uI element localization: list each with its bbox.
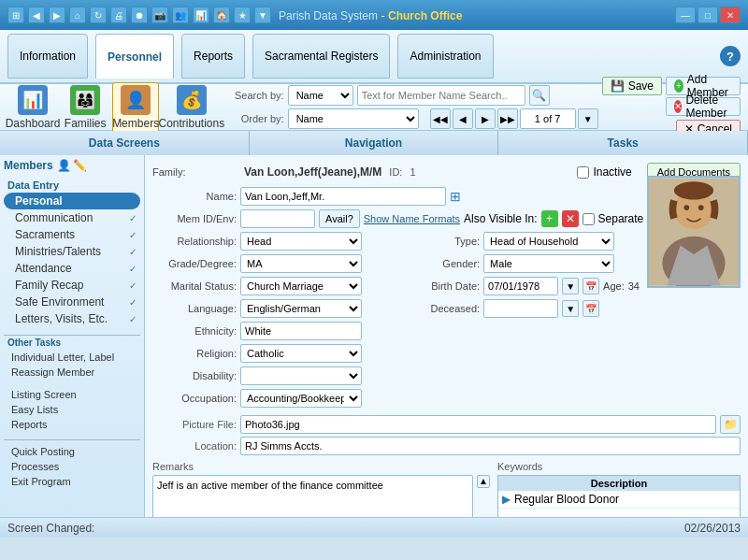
sidebar-item-family-recap[interactable]: Family Recap ✓ xyxy=(4,277,140,294)
tab-information[interactable]: Information xyxy=(7,34,88,79)
search-by-label: Search by: xyxy=(232,90,284,101)
camera-icon[interactable]: 📷 xyxy=(151,7,168,23)
help-button[interactable]: ? xyxy=(720,46,741,66)
close-button[interactable]: ✕ xyxy=(720,7,741,23)
sidebar-item-communication[interactable]: Communication ✓ xyxy=(4,209,140,226)
location-input[interactable] xyxy=(240,437,741,455)
members-button[interactable]: 👤 Members xyxy=(112,82,159,133)
picture-file-browse-button[interactable]: 📁 xyxy=(720,415,741,434)
birth-date-input[interactable] xyxy=(483,277,558,295)
inactive-checkbox[interactable] xyxy=(577,166,589,179)
add-delete-buttons: 💾 Save + Add Member ✕ Delete Member xyxy=(602,77,741,116)
separate-statement-checkbox[interactable] xyxy=(583,213,595,225)
sidebar-link-listing[interactable]: Listing Screen xyxy=(4,387,140,402)
occupation-select[interactable]: Accounting/Bookkeeping xyxy=(240,389,362,408)
sidebar-link-quick-posting[interactable]: Quick Posting xyxy=(4,444,140,459)
scroll-up-button[interactable]: ▲ xyxy=(477,475,490,488)
gender-select[interactable]: MaleFemale xyxy=(483,254,614,273)
sidebar-item-personal[interactable]: Personal xyxy=(4,193,140,209)
nav-dropdown-button[interactable]: ▼ xyxy=(578,108,598,129)
sidebar-link-easy-lists[interactable]: Easy Lists xyxy=(4,402,140,417)
maximize-button[interactable]: □ xyxy=(698,7,718,23)
avail-button[interactable]: Avail? xyxy=(319,209,360,228)
gender-row: Gender: MaleFemale xyxy=(396,254,640,273)
nav-prev-button[interactable]: ◀ xyxy=(453,108,473,129)
nav-first-button[interactable]: ◀◀ xyxy=(430,108,451,129)
svg-point-4 xyxy=(698,205,704,210)
also-visible-remove-button[interactable]: ✕ xyxy=(562,210,579,227)
add-member-button[interactable]: + Add Member xyxy=(666,77,741,95)
print-icon[interactable]: 🖨 xyxy=(110,7,127,23)
forward-icon[interactable]: ▶ xyxy=(49,7,65,23)
remarks-textarea[interactable]: Jeff is an active member of the finance … xyxy=(152,475,473,517)
nav-next-button[interactable]: ▶ xyxy=(475,108,496,129)
tab-personnel[interactable]: Personnel xyxy=(95,34,174,79)
deceased-dropdown-button[interactable]: ▼ xyxy=(562,300,579,317)
deceased-calendar-button[interactable]: 📅 xyxy=(583,300,599,317)
back-icon[interactable]: ◀ xyxy=(28,7,45,23)
grade-select[interactable]: MABAPhD xyxy=(240,254,362,273)
keyword-row-1: ▶ Regular Blood Donor xyxy=(498,491,740,509)
tab-sacramental[interactable]: Sacramental Registers xyxy=(252,34,390,79)
refresh-icon[interactable]: ↻ xyxy=(90,7,107,23)
sidebar-item-ministries[interactable]: Ministries/Talents ✓ xyxy=(4,243,140,260)
sidebar-icons: 👤 ✏️ xyxy=(57,159,87,172)
save-button[interactable]: 💾 Save xyxy=(602,77,662,95)
sidebar-item-letters[interactable]: Letters, Visits, Etc. ✓ xyxy=(4,310,140,327)
religion-select[interactable]: CatholicProtestantOther xyxy=(240,344,362,363)
sidebar-link-letter[interactable]: Individual Letter, Label xyxy=(4,350,140,365)
picture-file-input[interactable] xyxy=(240,415,716,434)
tab-reports[interactable]: Reports xyxy=(181,34,245,79)
marital-select[interactable]: Church MarriageSingleWidowed xyxy=(240,277,362,295)
form-cols: Relationship: HeadSpouseChild Grade/Degr… xyxy=(152,232,640,411)
tab-administration[interactable]: Administration xyxy=(397,34,493,79)
birth-date-picker-button[interactable]: 📅 xyxy=(583,278,599,294)
tab-tasks[interactable]: Tasks xyxy=(498,131,748,155)
tab-navigation[interactable]: Navigation xyxy=(250,131,499,155)
contributions-button[interactable]: 💰 Contributions xyxy=(163,82,221,133)
birth-date-calendar-button[interactable]: ▼ xyxy=(562,278,579,294)
safe-env-check: ✓ xyxy=(129,297,137,308)
nav-last-button[interactable]: ▶▶ xyxy=(497,108,518,129)
tab-data-screens[interactable]: Data Screens xyxy=(0,131,250,155)
sidebar-item-sacraments[interactable]: Sacraments ✓ xyxy=(4,226,140,243)
search-button[interactable]: 🔍 xyxy=(529,85,550,106)
deceased-input[interactable] xyxy=(483,299,558,318)
language-row: Language: English/GermanEnglishSpanish xyxy=(152,299,388,318)
title-text: Parish Data System - Church Office xyxy=(279,8,675,22)
nav-controls: ◀◀ ◀ ▶ ▶▶ 1 of 7 ▼ xyxy=(430,108,598,129)
expand-icon[interactable]: ⊞ xyxy=(450,189,461,204)
sidebar-link-reports[interactable]: Reports xyxy=(4,417,140,432)
search-by-select[interactable]: NameIDAddress xyxy=(288,85,353,106)
language-select[interactable]: English/GermanEnglishSpanish xyxy=(240,299,362,318)
sidebar-item-attendance[interactable]: Attendance ✓ xyxy=(4,260,140,277)
location-label: Location: xyxy=(152,440,237,452)
mem-id-input[interactable] xyxy=(240,209,315,228)
minimize-button[interactable]: — xyxy=(675,7,696,23)
families-button[interactable]: 👨‍👩‍👧 Families xyxy=(62,82,108,133)
sidebar-link-exit[interactable]: Exit Program xyxy=(4,474,140,489)
delete-member-button[interactable]: ✕ Delete Member xyxy=(666,97,741,116)
sidebar-item-safe-env[interactable]: Safe Environment ✓ xyxy=(4,294,140,310)
star-icon[interactable]: ★ xyxy=(234,7,251,23)
down-arrow-icon[interactable]: ▼ xyxy=(254,7,271,23)
ethnicity-input[interactable] xyxy=(240,322,362,340)
also-visible-add-button[interactable]: + xyxy=(541,210,558,227)
house2-icon[interactable]: 🏠 xyxy=(213,7,230,23)
sidebar-link-processes[interactable]: Processes xyxy=(4,459,140,474)
name-input[interactable] xyxy=(240,187,446,206)
dashboard-button[interactable]: 📊 Dashboard xyxy=(7,82,58,133)
home-icon[interactable]: ⌂ xyxy=(69,7,86,23)
search-input[interactable] xyxy=(357,85,525,106)
show-formats-link[interactable]: Show Name Formats xyxy=(364,213,460,224)
sidebar-link-reassign[interactable]: Reassign Member xyxy=(4,365,140,380)
disability-row: Disability: xyxy=(152,366,388,385)
order-by-select[interactable]: NameIDDate Added xyxy=(288,108,419,129)
rec-icon[interactable]: ⏺ xyxy=(131,7,148,23)
people-icon[interactable]: 👥 xyxy=(172,7,189,23)
relationship-select[interactable]: HeadSpouseChild xyxy=(240,232,362,251)
chart-icon[interactable]: 📊 xyxy=(193,7,209,23)
disability-select[interactable] xyxy=(240,366,362,385)
age-value: 34 xyxy=(628,280,640,292)
type-select[interactable]: Head of HouseholdMember xyxy=(483,232,614,251)
